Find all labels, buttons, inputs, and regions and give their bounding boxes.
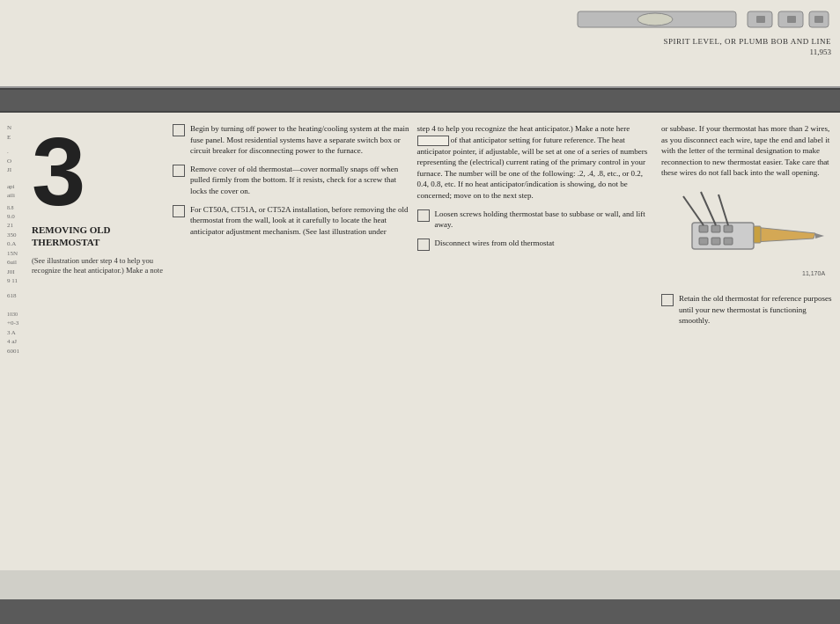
step-title: REMOVING OLD THERMOSTAT bbox=[32, 224, 111, 249]
svg-rect-7 bbox=[814, 16, 823, 23]
checkbox-3[interactable] bbox=[173, 205, 185, 217]
list-item: Loosen screws holding thermostat base to… bbox=[417, 209, 655, 231]
bottom-bar bbox=[0, 599, 840, 624]
instruction-text-6: Disconnect wires from old thermostat bbox=[435, 238, 555, 249]
page-number: 11,953 bbox=[810, 48, 831, 56]
svg-marker-19 bbox=[815, 233, 824, 239]
page-wrapper: SPIRIT LEVEL, OR PLUMB BOB AND LINE 11,9… bbox=[0, 0, 840, 624]
instruction-text-4: step 4 to help you recognize the heat an… bbox=[417, 123, 655, 202]
left-sidebar: N E . O JI api aili 8.8 9.0 21 350 0.A 1… bbox=[7, 123, 32, 560]
anticipator-input[interactable] bbox=[417, 136, 449, 146]
retain-item: Retain the old thermostat for reference … bbox=[661, 293, 833, 327]
list-item: Begin by turning off power to the heatin… bbox=[173, 123, 410, 157]
main-content: N E . O JI api aili 8.8 9.0 21 350 0.A 1… bbox=[0, 113, 840, 570]
spirit-level-label: SPIRIT LEVEL, OR PLUMB BOB AND LINE bbox=[663, 37, 831, 46]
svg-rect-3 bbox=[756, 16, 765, 23]
instruction-text-7: or subbase. If your thermostat has more … bbox=[661, 123, 833, 179]
content-columns: Begin by turning off power to the heatin… bbox=[173, 123, 833, 560]
svg-rect-20 bbox=[754, 226, 761, 243]
checkbox-8[interactable] bbox=[661, 294, 674, 306]
step-number: 3 bbox=[32, 123, 85, 220]
checkbox-2[interactable] bbox=[173, 165, 185, 177]
svg-rect-10 bbox=[711, 225, 720, 232]
step-note: (See illustration under step 4 to help y… bbox=[32, 256, 164, 277]
svg-rect-13 bbox=[711, 238, 720, 245]
column-3: or subbase. If your thermostat has more … bbox=[661, 123, 833, 560]
instruction-text-8: Retain the old thermostat for reference … bbox=[679, 293, 833, 327]
tool-illustration bbox=[576, 7, 831, 33]
svg-line-17 bbox=[718, 195, 728, 225]
top-strip: SPIRIT LEVEL, OR PLUMB BOB AND LINE 11,9… bbox=[0, 0, 840, 88]
wire-svg: 11,170A bbox=[666, 187, 829, 280]
svg-rect-5 bbox=[787, 16, 796, 23]
checkbox-5[interactable] bbox=[417, 209, 430, 222]
svg-rect-12 bbox=[699, 238, 708, 245]
list-item: Remove cover of old thermostat—cover nor… bbox=[173, 164, 410, 197]
dark-header-bar bbox=[0, 88, 840, 113]
instruction-text-2: Remove cover of old thermostat—cover nor… bbox=[190, 164, 410, 197]
column-2: step 4 to help you recognize the heat an… bbox=[417, 123, 655, 560]
svg-marker-18 bbox=[754, 227, 815, 242]
instruction-text-5: Loosen screws holding thermostat base to… bbox=[435, 209, 655, 231]
column-1: Begin by turning off power to the heatin… bbox=[173, 123, 410, 560]
wire-illustration: 11,170A bbox=[661, 186, 833, 283]
instruction-text-1: Begin by turning off power to the heatin… bbox=[190, 123, 410, 157]
checkbox-6[interactable] bbox=[417, 239, 430, 251]
spirit-level-svg bbox=[576, 7, 831, 33]
step-section: 3 REMOVING OLD THERMOSTAT (See illustrat… bbox=[32, 123, 173, 560]
svg-line-15 bbox=[683, 196, 704, 225]
svg-point-1 bbox=[637, 13, 673, 26]
list-item: For CT50A, CT51A, or CT52A installation,… bbox=[173, 204, 410, 238]
svg-rect-14 bbox=[724, 238, 733, 245]
svg-rect-9 bbox=[699, 225, 708, 232]
svg-text:11,170A: 11,170A bbox=[802, 270, 825, 276]
list-item: Disconnect wires from old thermostat bbox=[417, 238, 655, 251]
instruction-text-3: For CT50A, CT51A, or CT52A installation,… bbox=[190, 204, 410, 238]
top-right-area: SPIRIT LEVEL, OR PLUMB BOB AND LINE 11,9… bbox=[576, 7, 831, 56]
svg-line-16 bbox=[701, 192, 716, 225]
svg-rect-11 bbox=[724, 225, 733, 232]
checkbox-1[interactable] bbox=[173, 124, 185, 136]
